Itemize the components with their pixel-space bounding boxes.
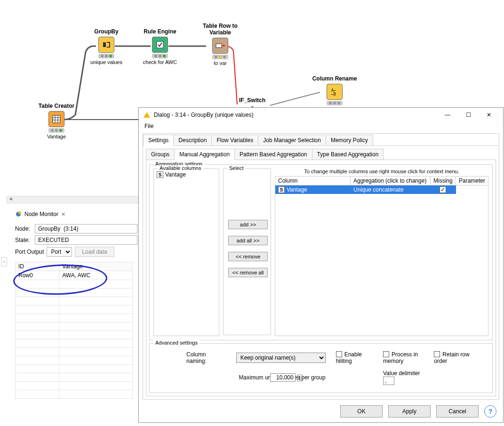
string-type-icon: S (157, 171, 163, 178)
node-icon (152, 37, 168, 53)
tab-memory-policy[interactable]: Memory Policy (326, 135, 373, 145)
node-status (98, 54, 114, 58)
add-button[interactable]: add >> (228, 220, 268, 229)
maximize-button[interactable]: ☐ (458, 108, 479, 121)
remove-button[interactable]: << remove (228, 252, 268, 261)
svg-rect-0 (53, 115, 60, 123)
groupby-dialog: Dialog - 3:14 - GroupBy (unique values) … (138, 107, 504, 423)
side-handle-icon[interactable]: ▫ (1, 257, 7, 266)
node-title: Table Creator (38, 103, 75, 109)
tab-flow-variables[interactable]: Flow Variables (211, 135, 258, 145)
available-columns-label: Available columns (158, 165, 203, 171)
available-columns-list[interactable]: S Vantage (156, 171, 217, 333)
minimize-button[interactable]: — (437, 108, 458, 121)
add-all-button[interactable]: add all >> (228, 236, 268, 245)
available-columns-panel: Available columns S Vantage (153, 169, 219, 336)
node-tablerow-variable[interactable]: Table Row to Variable to var (197, 23, 244, 66)
node-monitor-title: Node Monitor (24, 211, 58, 217)
output-table[interactable]: ID Vantage Row0 AWA, AWC (15, 262, 133, 399)
state-label: State: (15, 237, 32, 243)
main-tabs: Settings Description Flow Variables Job … (143, 134, 499, 146)
node-label: Node: (15, 225, 32, 232)
file-menu[interactable]: File (139, 122, 503, 132)
node-title: IF_Switch (233, 97, 271, 104)
dialog-icon (144, 112, 150, 118)
load-data-button[interactable]: Load data (75, 247, 114, 257)
subtab-manual-aggregation[interactable]: Manual Aggregation (174, 149, 235, 160)
spinner-down-icon[interactable]: ▼ (297, 378, 302, 381)
cancel-button[interactable]: Cancel (436, 405, 479, 418)
node-title: Column Rename (309, 75, 360, 82)
node-icon (212, 38, 228, 54)
svg-text:←B: ←B (331, 92, 336, 96)
header-missing[interactable]: Missing (431, 177, 456, 185)
node-column-rename[interactable]: Column Rename A→←B (309, 75, 360, 106)
agg-method-cell[interactable]: Unique concatenate (351, 185, 431, 194)
dialog-title: Dialog - 3:14 - GroupBy (unique values) (154, 112, 253, 118)
node-table-creator[interactable]: Table Creator Vantage (38, 103, 75, 139)
tab-description[interactable]: Description (173, 135, 212, 145)
aggregation-table[interactable]: Column Aggregation (click to change) Mis… (275, 176, 488, 336)
aggregation-row[interactable]: S Vantage Unique concatenate ✓ (275, 185, 488, 194)
port-select[interactable]: Port 0 (47, 247, 72, 257)
agg-column-value: Vantage (287, 186, 307, 193)
node-field[interactable] (35, 224, 137, 233)
cell-id: Row0 (16, 271, 59, 280)
svg-rect-7 (216, 44, 222, 48)
value-delimiter-label: Value delimiter (383, 370, 420, 377)
select-label: Select (227, 165, 246, 171)
apply-button[interactable]: Apply (388, 405, 431, 418)
node-icon (98, 37, 114, 53)
tab-job-manager[interactable]: Job Manager Selection (258, 135, 326, 145)
header-parameter[interactable]: Parameter (456, 177, 488, 185)
node-if-switch[interactable]: IF_Switch (233, 97, 271, 105)
max-unique-input[interactable] (270, 373, 296, 382)
cell-vantage: AWA, AWC (59, 271, 133, 280)
help-button[interactable]: ? (484, 405, 496, 418)
aggregation-settings-group: Aggregation settings Available columns S… (149, 164, 493, 340)
subtab-pattern-aggregation[interactable]: Pattern Based Aggregation (234, 149, 312, 160)
node-title: Rule Engine (141, 28, 179, 35)
close-button[interactable]: ✕ (479, 108, 499, 121)
remove-all-button[interactable]: << remove all (228, 268, 268, 277)
advanced-settings-group: Advanced settings Column naming: Keep or… (149, 343, 493, 393)
tab-settings[interactable]: Settings (143, 135, 174, 146)
node-status (327, 101, 343, 105)
list-item[interactable]: S Vantage (156, 171, 217, 178)
column-naming-select[interactable]: Keep original name(s) (236, 353, 326, 363)
enable-hiliting-checkbox[interactable]: Enable hiliting (336, 351, 373, 364)
process-in-memory-checkbox[interactable]: Process in memory (383, 351, 424, 364)
subtab-groups[interactable]: Groups (146, 149, 175, 160)
node-status (152, 54, 168, 58)
agg-method-value: Unique concatenate (353, 186, 404, 193)
monitor-icon (15, 211, 22, 217)
string-type-icon: S (278, 186, 285, 193)
missing-checkbox[interactable]: ✓ (440, 186, 446, 193)
ok-button[interactable]: OK (340, 405, 383, 418)
node-groupby[interactable]: GroupBy unique values (88, 28, 125, 65)
header-aggregation[interactable]: Aggregation (click to change) (351, 177, 431, 185)
state-field[interactable] (35, 235, 137, 245)
dialog-titlebar[interactable]: Dialog - 3:14 - GroupBy (unique values) … (139, 108, 503, 122)
node-rule-engine[interactable]: Rule Engine check for AWC (141, 28, 179, 65)
table-row[interactable]: Row0 AWA, AWC (16, 271, 133, 280)
node-icon (48, 111, 64, 127)
node-desc: check for AWC (141, 59, 179, 65)
table-header-vantage[interactable]: Vantage (59, 262, 133, 271)
agg-parameter-cell[interactable] (456, 185, 488, 194)
node-monitor-tab[interactable]: Node Monitor ✕ (15, 211, 137, 219)
header-column[interactable]: Column (275, 177, 351, 185)
svg-point-11 (18, 211, 21, 214)
node-title: Table Row to Variable (197, 23, 244, 36)
aggregation-hint: To change multiple columns use right mou… (275, 169, 488, 176)
subtab-type-aggregation[interactable]: Type Based Aggregation (312, 149, 384, 160)
node-icon: A→←B (327, 84, 343, 100)
list-item-label: Vantage (165, 171, 186, 178)
table-header-id[interactable]: ID (16, 262, 59, 271)
sub-tabs: Groups Manual Aggregation Pattern Based … (146, 148, 496, 160)
node-desc: Vantage (38, 134, 75, 139)
close-icon[interactable]: ✕ (61, 211, 65, 217)
retain-row-order-checkbox[interactable]: Retain row order (434, 351, 470, 364)
node-desc: unique values (88, 59, 125, 65)
value-delimiter-input[interactable] (383, 377, 394, 385)
